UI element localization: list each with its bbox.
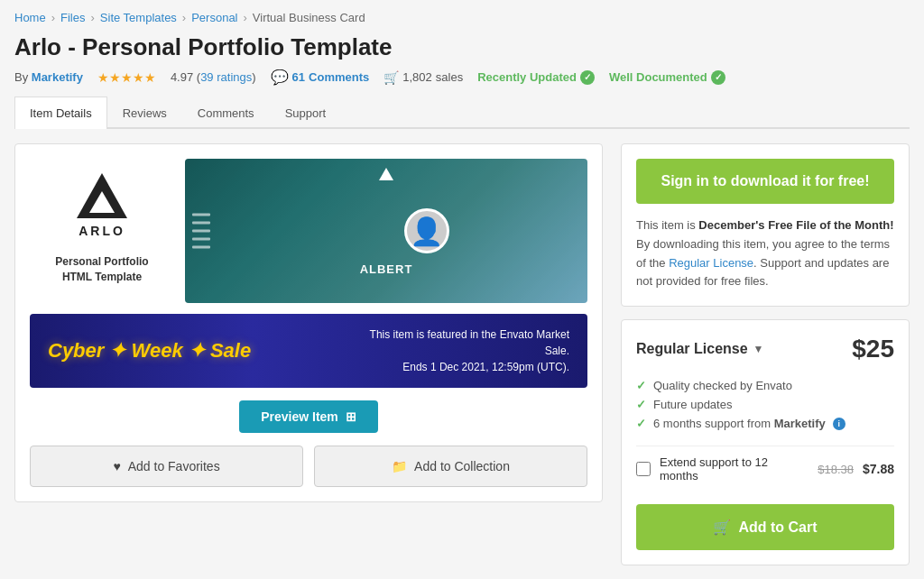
preview-grid-icon: ⊞ [346,409,356,424]
sales-info: 🛒 1,802 sales [383,70,463,85]
features-list: ✓ Quality checked by Envato ✓ Future upd… [636,376,894,433]
add-to-favorites-label: Add to Favorites [128,459,220,473]
tab-support[interactable]: Support [270,96,342,129]
breadcrumb-sep-2: › [90,11,94,24]
page-wrapper: Home › Files › Site Templates › Personal… [0,0,924,576]
star-rating: ★★★★★ [97,70,156,85]
well-documented-check: ✓ [711,70,725,85]
preview-person-avatar: 👤 [404,208,449,253]
add-to-cart-label: Add to Cart [738,519,817,536]
tabs-bar: Item Details Reviews Comments Support [14,96,910,129]
check-quality: ✓ [636,379,646,392]
breadcrumb-files[interactable]: Files [60,11,85,24]
person-name-label: ALBERT [360,262,413,276]
meta-row: By Marketify ★★★★★ 4.97 (39 ratings) 💬 6… [14,69,910,86]
feature-updates: ✓ Future updates [636,395,894,414]
extend-old-price: $18.38 [818,463,854,476]
license-header: Regular License ▼ $25 [636,335,894,363]
recently-updated-badge: Recently Updated ✓ [477,70,595,85]
product-title: Arlo - Personal Portfolio Template [14,33,910,61]
cyber-banner: Cyber ✦ Week ✦ Sale This item is feature… [30,314,587,388]
breadcrumb-sep-1: › [51,11,55,24]
add-to-collection-label: Add to Collection [414,459,510,473]
preview-btn-wrapper: Preview Item ⊞ [30,400,587,433]
tab-reviews[interactable]: Reviews [107,96,182,129]
action-buttons: ♥ Add to Favorites 📁 Add to Collection [30,446,587,487]
add-to-favorites-button[interactable]: ♥ Add to Favorites [30,446,303,487]
purchase-card: Regular License ▼ $25 ✓ Quality checked … [621,319,910,565]
preview-overlay [185,159,587,303]
breadcrumb: Home › Files › Site Templates › Personal… [14,11,910,24]
price-main: $25 [852,335,894,363]
tab-item-details[interactable]: Item Details [14,96,107,129]
add-to-cart-button[interactable]: 🛒 Add to Cart [636,504,894,550]
nav-dot-1 [192,214,210,216]
feature-quality: ✓ Quality checked by Envato [636,376,894,395]
support-info-icon[interactable]: i [833,418,845,430]
left-panel: ARLO Personal PortfolioHTML Template [14,143,603,565]
preview-left: ARLO Personal PortfolioHTML Template [30,159,174,299]
regular-license-link[interactable]: Regular License [669,256,753,270]
preview-images: ARLO Personal PortfolioHTML Template [30,159,587,303]
check-updates: ✓ [636,398,646,411]
breadcrumb-sep-4: › [244,11,247,24]
author-label: By Marketify [14,70,83,84]
arlo-triangle-icon [77,173,127,218]
extend-new-price: $7.88 [863,462,894,476]
nav-dot-3 [192,230,210,233]
extend-support-label: Extend support to 12 months [660,455,808,482]
heart-icon: ♥ [113,459,120,473]
right-panel: Sign in to download it for free! This it… [621,143,910,565]
breadcrumb-site-templates[interactable]: Site Templates [100,11,177,24]
rating-count-link[interactable]: 39 ratings [200,70,252,84]
cart-icon-sm: 🛒 [383,70,399,85]
preview-card: ARLO Personal PortfolioHTML Template [14,143,603,502]
breadcrumb-home[interactable]: Home [14,11,46,24]
chat-icon: 💬 [271,69,289,86]
cyber-banner-text: Cyber ✦ Week ✦ Sale [48,339,251,363]
nav-dot-4 [192,238,210,241]
breadcrumb-current: Virtual Business Card [253,11,365,24]
arlo-logo: ARLO [77,173,127,238]
license-label[interactable]: Regular License ▼ [636,341,764,357]
extend-support-row: Extend support to 12 months $18.38 $7.88 [636,446,894,492]
check-support: ✓ [636,417,646,430]
add-to-collection-button[interactable]: 📁 Add to Collection [314,446,587,487]
breadcrumb-sep-3: › [182,11,186,24]
author-link[interactable]: Marketify [32,70,83,84]
well-documented-badge: Well Documented ✓ [609,70,725,85]
comments-link[interactable]: 💬 61 Comments [271,69,370,86]
preview-arlo-mini [379,168,393,180]
template-description: Personal PortfolioHTML Template [55,254,148,285]
cart-icon-btn: 🛒 [713,519,731,536]
tab-comments[interactable]: Comments [182,96,270,129]
folder-icon: 📁 [392,459,407,473]
rating-score: 4.97 (39 ratings) [171,70,256,84]
recently-updated-check: ✓ [580,70,595,85]
preview-main-image: 👤 ALBERT [185,159,587,303]
extend-support-checkbox[interactable] [636,462,651,476]
license-dropdown-arrow: ▼ [753,343,764,355]
arlo-mini-triangle [379,168,393,180]
preview-btn-label: Preview Item [261,409,338,424]
breadcrumb-personal[interactable]: Personal [191,11,237,24]
free-download-card: Sign in to download it for free! This it… [621,143,910,307]
free-highlight: December's Free File of the Month! [698,218,893,232]
nav-dot-2 [192,222,210,225]
preview-item-button[interactable]: Preview Item ⊞ [239,400,378,433]
main-content: ARLO Personal PortfolioHTML Template [14,143,910,565]
cyber-banner-sub: This item is featured in the Envato Mark… [353,326,569,375]
nav-dot-5 [192,246,210,249]
free-download-info: This item is December's Free File of the… [636,216,894,291]
free-download-button[interactable]: Sign in to download it for free! [636,159,894,204]
person-icon: 👤 [410,216,443,247]
feature-support: ✓ 6 months support from Marketify i [636,414,894,433]
preview-nav-dots [192,214,210,249]
arlo-logo-text: ARLO [79,224,125,238]
